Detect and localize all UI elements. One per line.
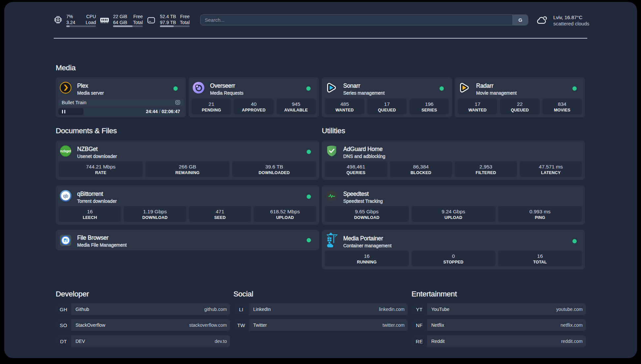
svg-text:qb: qb xyxy=(63,193,68,198)
svg-text:nzbget: nzbget xyxy=(60,149,71,153)
